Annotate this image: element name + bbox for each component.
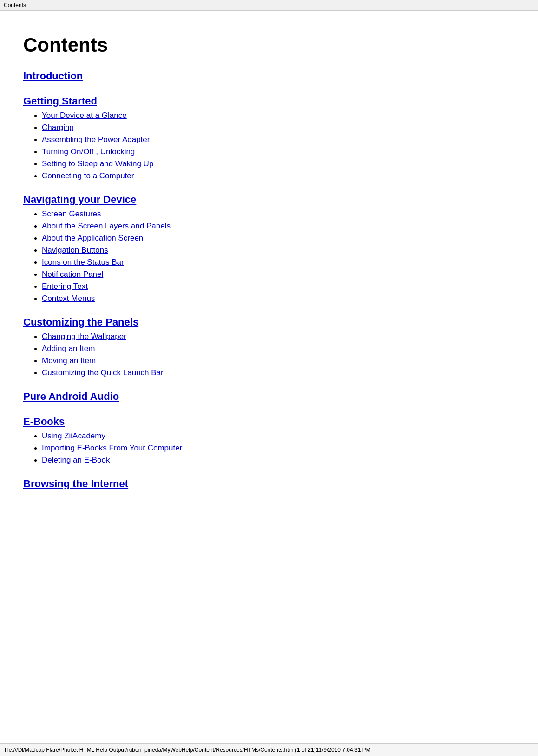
list-item-link[interactable]: Notification Panel: [42, 270, 103, 279]
section-heading-customizing-panels[interactable]: Customizing the Panels: [23, 316, 515, 328]
list-item: Navigation Buttons: [42, 246, 515, 255]
list-item: Setting to Sleep and Waking Up: [42, 159, 515, 169]
section-customizing-panels: Customizing the PanelsChanging the Wallp…: [23, 316, 515, 378]
section-e-books: E-Books Using ZiiAcademyImporting E-Book…: [23, 416, 515, 465]
list-item: Deleting an E-Book: [42, 456, 515, 465]
list-item: Adding an Item: [42, 344, 515, 353]
section-pure-android-audio: Pure Android Audio: [23, 391, 515, 403]
browser-tab: Contents: [0, 0, 538, 11]
list-item-link[interactable]: About the Screen Layers and Panels: [42, 222, 171, 230]
sections-container: IntroductionGetting StartedYour Device a…: [23, 70, 515, 490]
list-item: Notification Panel: [42, 270, 515, 279]
section-heading-pure-android-audio[interactable]: Pure Android Audio: [23, 391, 515, 403]
list-item-link[interactable]: Deleting an E-Book: [42, 456, 110, 464]
list-item: Turning On/Off , Unlocking: [42, 147, 515, 156]
section-introduction: Introduction: [23, 70, 515, 82]
list-item-link[interactable]: Context Menus: [42, 294, 95, 303]
list-item: About the Application Screen: [42, 234, 515, 243]
section-list-getting-started: Your Device at a GlanceChargingAssemblin…: [23, 111, 515, 181]
list-item-link[interactable]: Setting to Sleep and Waking Up: [42, 159, 153, 168]
list-item-link[interactable]: About the Application Screen: [42, 234, 143, 242]
list-item-link[interactable]: Adding an Item: [42, 344, 95, 353]
list-item: Connecting to a Computer: [42, 171, 515, 181]
status-bar-text: file:///Dl/Madcap Flare/Phuket HTML Help…: [5, 747, 371, 753]
list-item: Context Menus: [42, 294, 515, 303]
list-item-link[interactable]: Customizing the Quick Launch Bar: [42, 368, 164, 377]
section-list-navigating-your-device: Screen GesturesAbout the Screen Layers a…: [23, 209, 515, 303]
list-item-link[interactable]: Turning On/Off , Unlocking: [42, 147, 135, 156]
section-navigating-your-device: Navigating your DeviceScreen GesturesAbo…: [23, 194, 515, 303]
section-heading-introduction[interactable]: Introduction: [23, 70, 515, 82]
list-item-link[interactable]: Importing E-Books From Your Computer: [42, 443, 182, 452]
section-list-e-books: Using ZiiAcademyImporting E-Books From Y…: [23, 431, 515, 465]
list-item: Changing the Wallpaper: [42, 332, 515, 341]
section-heading-e-books[interactable]: E-Books: [23, 416, 515, 428]
list-item: Icons on the Status Bar: [42, 258, 515, 267]
list-item: Customizing the Quick Launch Bar: [42, 368, 515, 378]
list-item: Charging: [42, 123, 515, 132]
section-heading-browsing-internet[interactable]: Browsing the Internet: [23, 478, 515, 490]
section-heading-getting-started[interactable]: Getting Started: [23, 95, 515, 107]
list-item-link[interactable]: Moving an Item: [42, 356, 96, 365]
list-item-link[interactable]: Entering Text: [42, 282, 88, 291]
section-heading-navigating-your-device[interactable]: Navigating your Device: [23, 194, 515, 206]
list-item: Your Device at a Glance: [42, 111, 515, 120]
section-getting-started: Getting StartedYour Device at a GlanceCh…: [23, 95, 515, 181]
section-browsing-internet: Browsing the Internet: [23, 478, 515, 490]
list-item-link[interactable]: Navigation Buttons: [42, 246, 108, 254]
browser-tab-label: Contents: [4, 2, 26, 8]
page-title: Contents: [23, 34, 515, 56]
list-item: Screen Gestures: [42, 209, 515, 219]
list-item: Using ZiiAcademy: [42, 431, 515, 441]
status-bar: file:///Dl/Madcap Flare/Phuket HTML Help…: [0, 743, 538, 756]
section-list-customizing-panels: Changing the Wallpaper Adding an Item Mo…: [23, 332, 515, 378]
list-item-link[interactable]: Connecting to a Computer: [42, 171, 134, 180]
list-item-link[interactable]: Your Device at a Glance: [42, 111, 127, 120]
main-content: Contents IntroductionGetting StartedYour…: [0, 11, 538, 527]
list-item: Assembling the Power Adapter: [42, 135, 515, 144]
list-item-link[interactable]: Icons on the Status Bar: [42, 258, 124, 267]
list-item-link[interactable]: Assembling the Power Adapter: [42, 135, 150, 144]
list-item-link[interactable]: Screen Gestures: [42, 209, 101, 218]
list-item-link[interactable]: Charging: [42, 123, 74, 132]
list-item-link[interactable]: Using ZiiAcademy: [42, 431, 105, 440]
list-item: Entering Text: [42, 282, 515, 291]
list-item: Moving an Item: [42, 356, 515, 365]
list-item: About the Screen Layers and Panels: [42, 222, 515, 231]
list-item-link[interactable]: Changing the Wallpaper: [42, 332, 126, 341]
list-item: Importing E-Books From Your Computer: [42, 443, 515, 453]
